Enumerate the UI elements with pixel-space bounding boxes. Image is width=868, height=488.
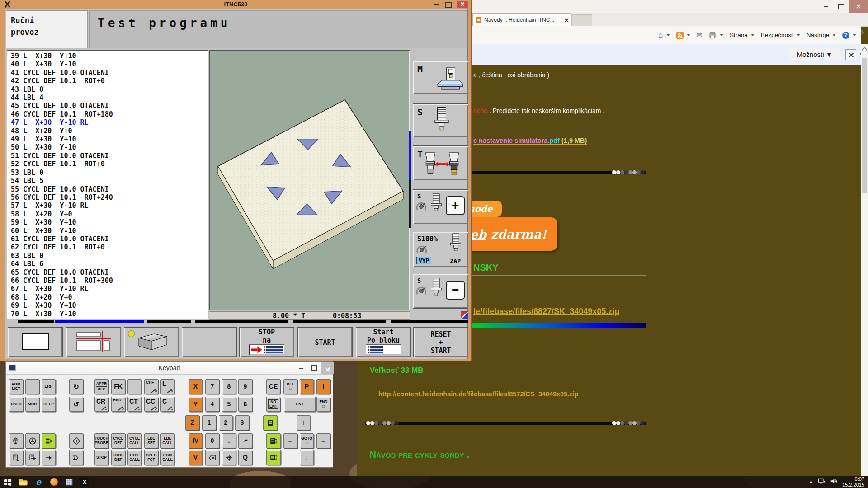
program-line[interactable]: 55 CYCL DEF 10.0 OTACENI — [11, 185, 208, 193]
split-screen-icon[interactable] — [266, 433, 281, 448]
toolbar-button-s[interactable]: S+ — [413, 189, 468, 224]
arrow-outline-icon[interactable] — [69, 450, 83, 465]
key-←[interactable]: ← — [283, 433, 297, 448]
key-stop[interactable]: STOP — [94, 450, 108, 465]
browser-minimize-button[interactable] — [818, 0, 834, 13]
menu-bezpečnosť[interactable]: Bezpečnosť — [761, 32, 800, 38]
program-line[interactable]: 40 L X+30 Y-10 — [11, 60, 208, 68]
actual-pos-icon[interactable] — [222, 450, 236, 465]
key-pgm[interactable]: PGMMGT — [9, 379, 23, 394]
zip-link-cs[interactable]: http://content.heidenhain.de/filebase/fi… — [378, 390, 578, 398]
start-button[interactable] — [0, 476, 15, 488]
browser-tab[interactable]: Návody :: Heidenhain iTNC... — [472, 13, 571, 26]
softkey-workpiece-section-view[interactable] — [66, 327, 121, 357]
split-screen-icon[interactable] — [266, 450, 281, 465]
backspace-icon[interactable] — [205, 450, 219, 465]
key-ct[interactable]: CT — [127, 397, 142, 412]
bar-close-button[interactable] — [845, 49, 856, 60]
key-→[interactable]: → — [316, 433, 330, 448]
scrollbar-thumb[interactable] — [862, 58, 867, 193]
print-icon[interactable] — [708, 32, 723, 39]
hand-icon[interactable] — [9, 433, 23, 448]
tnc-minimize-button[interactable] — [434, 4, 439, 5]
volume-icon[interactable] — [830, 478, 838, 486]
key-1[interactable]: 1 — [202, 415, 216, 430]
program-line[interactable]: 65 CYCL DEF 10.0 OTACENI — [11, 268, 208, 277]
tnc-titlebar[interactable]: iTNC530 — [0, 0, 472, 9]
key-spec[interactable]: SPECFCT — [144, 450, 158, 465]
softkey-empty[interactable] — [182, 327, 237, 357]
key-fk[interactable]: FK — [111, 379, 125, 394]
softkey-stop-na[interactable]: STOP na — [239, 327, 294, 357]
key-chf[interactable]: CHF — [144, 379, 158, 394]
program-line[interactable]: 56 CYCL DEF 10.1 ROT+240 — [11, 193, 208, 202]
key-cycl[interactable]: CYCLDEF — [111, 433, 125, 448]
tnc-close-button[interactable] — [457, 1, 468, 8]
program-line[interactable]: 61 CYCL DEF 10.0 OTACENI — [11, 235, 208, 243]
key-iv[interactable]: IV — [189, 433, 203, 448]
toolbar-button-m[interactable]: M — [413, 61, 468, 94]
browser-close-button[interactable] — [849, 0, 868, 13]
browser-scrollbar[interactable] — [861, 44, 868, 476]
tnc-maximize-button[interactable] — [445, 2, 452, 8]
key-err[interactable]: ERR — [42, 379, 56, 394]
zip-link-sk[interactable]: le/filebase/files/8827/SK_34049x05.zip — [473, 307, 619, 316]
key-cc[interactable]: CC — [144, 397, 158, 412]
program-line[interactable]: 43 LBL 0 — [11, 85, 208, 94]
program-line[interactable]: 44 LBL 4 — [11, 94, 208, 102]
program-line[interactable]: 60 L X+30 Y-10 — [11, 227, 208, 235]
softkey-start[interactable]: START — [297, 327, 353, 357]
softkey-workpiece-3d-view[interactable] — [124, 327, 179, 357]
key-6[interactable]: 6 — [238, 397, 252, 412]
key-↓[interactable]: ↓ — [300, 450, 314, 465]
rss-icon[interactable] — [676, 32, 690, 39]
run-arrow-icon[interactable] — [42, 450, 56, 465]
key-mod[interactable]: MOD — [25, 397, 39, 412]
toolbar-button-t[interactable]: T — [413, 145, 468, 180]
key-blank[interactable] — [25, 379, 39, 394]
new-tab-button[interactable] — [571, 14, 592, 27]
menu-nástroje[interactable]: Nástroje — [807, 32, 836, 38]
key-touch[interactable]: TOUCHPROBE — [94, 433, 108, 448]
key-c[interactable]: C — [160, 397, 175, 412]
key-↻[interactable]: ↻ — [69, 379, 83, 394]
key-calc[interactable]: CALC — [9, 397, 23, 412]
key-del[interactable]: DEL□ — [283, 379, 297, 394]
program-line[interactable]: 57 L X+30 Y-10 RL — [11, 202, 208, 210]
program-line[interactable]: 52 CYCL DEF 10.1 ROT+0 — [11, 160, 208, 168]
key-tool[interactable]: TOOLDEF — [111, 450, 125, 465]
key-l[interactable]: L — [160, 379, 175, 394]
pgm-single-icon[interactable] — [9, 450, 23, 465]
program-line[interactable]: 67 L X+30 Y-10 RL — [11, 285, 208, 293]
key-p[interactable]: P — [300, 379, 314, 394]
mdi-icon[interactable] — [69, 433, 83, 448]
program-line[interactable]: 68 L X+20 Y+0 — [11, 293, 208, 301]
program-line[interactable]: 66 CYCL DEF 10.1 ROT+300 — [11, 277, 208, 285]
key--/+[interactable]: -/+ — [238, 433, 252, 448]
program-line[interactable]: 49 L X+30 Y+10 — [11, 135, 208, 143]
taskbar-clock[interactable]: 0:07 15.2.2015 — [842, 476, 864, 488]
key-ce[interactable]: CE — [266, 379, 280, 394]
key-rnd[interactable]: RND — [111, 397, 125, 412]
key-v[interactable]: V — [189, 450, 203, 465]
program-line[interactable]: 50 L X+30 Y-10 — [11, 143, 208, 151]
key-9[interactable]: 9 — [238, 379, 252, 394]
program-line[interactable]: 69 L X+30 Y+10 — [11, 301, 208, 310]
key-y[interactable]: Y — [189, 397, 203, 412]
tray-expand-icon[interactable] — [809, 481, 813, 483]
key-3[interactable]: 3 — [235, 415, 249, 430]
program-line[interactable]: 62 CYCL DEF 10.1 ROT+0 — [11, 243, 208, 251]
mail-icon[interactable]: ✉ — [697, 31, 703, 39]
screen-doc-icon[interactable] — [263, 415, 278, 430]
menu-strana[interactable]: Strana — [730, 32, 755, 38]
internet-explorer-icon[interactable]: e — [31, 476, 46, 488]
program-line[interactable]: 39 L X+30 Y+10 — [11, 52, 208, 60]
key-5[interactable]: 5 — [222, 397, 236, 412]
help-icon[interactable]: ? — [842, 32, 856, 39]
key-.[interactable]: . — [222, 433, 236, 448]
program-line[interactable]: 42 CYCL DEF 10.1 ROT+0 — [11, 77, 208, 85]
toolbar-button-s[interactable]: S — [413, 103, 468, 137]
program-line[interactable]: 46 CYCL DEF 10.1 ROT+180 — [11, 110, 208, 118]
program-line[interactable]: 45 CYCL DEF 10.0 OTACENI — [11, 102, 208, 110]
tnc-app-taskbar-icon[interactable]: X — [77, 476, 92, 488]
